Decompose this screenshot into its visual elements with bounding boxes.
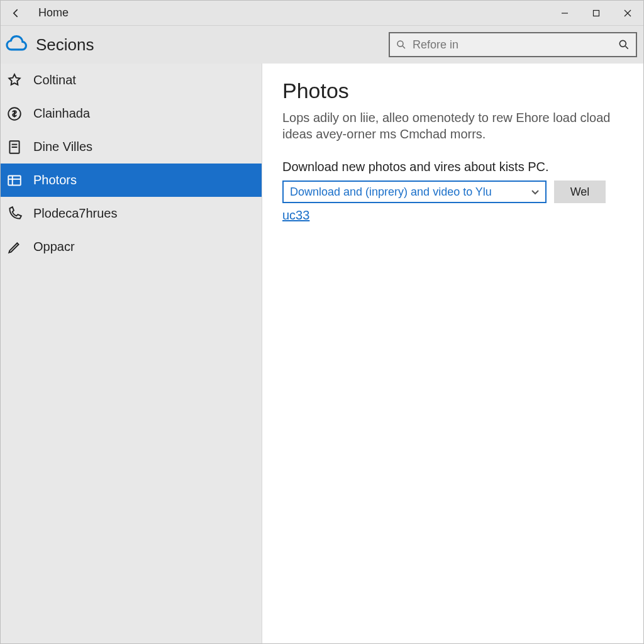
close-button[interactable] xyxy=(612,1,643,26)
page-description: Lops adily on liie, alleo omenotedy to r… xyxy=(282,109,623,142)
svg-rect-1 xyxy=(594,10,599,16)
sidebar-item-label: Photors xyxy=(33,173,77,187)
window-title: Home xyxy=(32,6,69,19)
pen-icon xyxy=(4,237,25,257)
svg-rect-12 xyxy=(8,175,21,185)
download-dropdown[interactable]: Download and (inprery) and video to Ylu xyxy=(282,180,547,203)
app-title: Secions xyxy=(36,35,94,55)
search-submit-icon[interactable] xyxy=(617,38,631,52)
svg-point-4 xyxy=(397,41,403,47)
dropdown-value: Download and (inprery) and video to Ylu xyxy=(290,186,492,199)
header-row: Secions xyxy=(1,26,643,64)
wel-button[interactable]: Wel xyxy=(554,180,606,203)
sidebar-item-label: Clainhada xyxy=(33,106,90,121)
sidebar-item-label: Coltinat xyxy=(33,73,76,87)
sidebar: Coltinat Clainhada Din xyxy=(1,64,262,643)
minimize-button[interactable] xyxy=(549,1,580,26)
sidebar-item-photors[interactable]: Photors xyxy=(1,164,262,197)
search-icon xyxy=(395,38,408,51)
download-section-label: Download new photos and vires about kist… xyxy=(282,160,623,174)
sidebar-item-plodeca7hrues[interactable]: Plodeca7hrues xyxy=(1,197,262,230)
search-input[interactable] xyxy=(413,38,612,52)
cloud-icon xyxy=(3,31,30,58)
photos-icon xyxy=(4,170,25,191)
sidebar-item-clainhada[interactable]: Clainhada xyxy=(1,97,262,130)
titlebar: Home xyxy=(1,1,643,26)
star-icon xyxy=(4,70,25,91)
document-icon xyxy=(4,137,25,157)
sidebar-item-label: Plodeca7hrues xyxy=(33,206,117,221)
back-button[interactable] xyxy=(1,1,32,26)
sidebar-item-label: Oppacr xyxy=(33,240,75,254)
uc33-link[interactable]: uc33 xyxy=(282,208,309,223)
body: Coltinat Clainhada Din xyxy=(1,64,643,643)
main-content: Photos Lops adily on liie, alleo omenote… xyxy=(262,64,643,643)
sidebar-item-coltinat[interactable]: Coltinat xyxy=(1,64,262,97)
sidebar-item-label: Dine Villes xyxy=(33,140,92,154)
svg-line-5 xyxy=(402,46,405,48)
app-window: Home Secions xyxy=(0,0,644,644)
dollar-circle-icon xyxy=(4,104,25,124)
svg-point-6 xyxy=(619,40,626,47)
maximize-button[interactable] xyxy=(580,1,612,26)
page-heading: Photos xyxy=(282,79,623,103)
chevron-down-icon xyxy=(530,187,540,197)
sidebar-item-oppacr[interactable]: Oppacr xyxy=(1,230,262,264)
svg-line-7 xyxy=(626,47,628,49)
phone-icon xyxy=(4,204,25,224)
search-box[interactable] xyxy=(389,32,637,57)
sidebar-item-dine-villes[interactable]: Dine Villes xyxy=(1,130,262,164)
download-row: Download and (inprery) and video to Ylu … xyxy=(282,180,623,203)
